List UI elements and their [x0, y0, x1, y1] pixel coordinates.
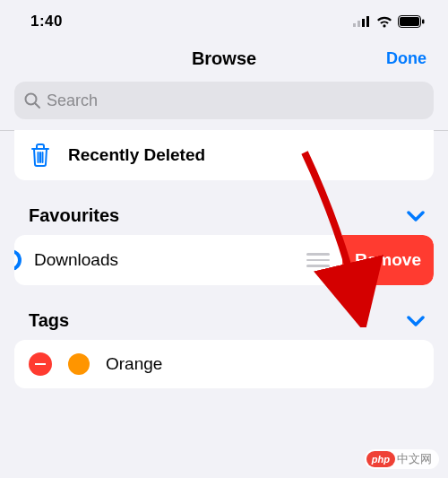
svg-line-8 — [36, 104, 40, 109]
tags-item[interactable]: Orange — [14, 340, 434, 388]
status-bar: 1:40 — [0, 0, 448, 39]
svg-point-7 — [26, 94, 37, 105]
chevron-down-icon — [407, 315, 425, 327]
svg-rect-6 — [422, 20, 425, 24]
favourites-title: Favourites — [29, 205, 119, 226]
tag-color-icon — [68, 353, 90, 375]
tags-item-label: Orange — [106, 354, 162, 374]
cellular-icon — [353, 16, 371, 27]
reorder-handle-icon[interactable] — [306, 253, 330, 267]
svg-rect-1 — [358, 21, 360, 27]
search-input[interactable]: Search — [14, 82, 434, 119]
svg-rect-2 — [362, 19, 365, 27]
remove-button[interactable]: Remove — [342, 235, 434, 285]
status-icons — [353, 15, 425, 28]
search-placeholder: Search — [47, 91, 98, 110]
svg-rect-0 — [353, 23, 356, 27]
watermark-text: 中文网 — [397, 451, 432, 467]
row-left-peek — [14, 235, 22, 285]
favourites-header[interactable]: Favourites — [0, 180, 448, 235]
recently-deleted-card[interactable]: Recently Deleted — [14, 130, 434, 180]
chevron-down-icon — [407, 210, 425, 222]
trash-icon — [29, 143, 52, 168]
tags-title: Tags — [29, 310, 69, 331]
tags-header[interactable]: Tags — [0, 285, 448, 340]
wifi-icon — [376, 16, 392, 28]
svg-rect-3 — [366, 16, 369, 27]
search-icon — [23, 91, 41, 109]
delete-icon[interactable] — [29, 352, 52, 376]
watermark: php 中文网 — [365, 449, 439, 469]
svg-rect-5 — [400, 17, 419, 26]
done-button[interactable]: Done — [386, 49, 426, 68]
recently-deleted-label: Recently Deleted — [68, 145, 205, 165]
page-title: Browse — [192, 48, 256, 69]
battery-icon — [398, 15, 425, 28]
status-time: 1:40 — [30, 13, 63, 30]
favourites-item[interactable]: Downloads Remove — [14, 235, 434, 285]
nav-header: Browse Done — [0, 39, 448, 82]
favourites-item-label: Downloads — [34, 250, 118, 270]
watermark-logo: php — [366, 451, 395, 467]
